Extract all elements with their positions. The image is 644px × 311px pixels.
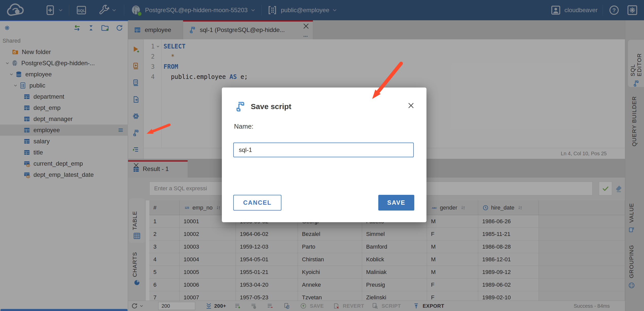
dialog-title: Save script: [251, 102, 291, 111]
cloudbeaver-app: SQL PostgreSQL@ep-hidden-moon-55203 publ…: [0, 0, 644, 311]
annotation-arrow-save-script: [142, 121, 172, 139]
annotation-arrow-dialog: [363, 58, 411, 107]
save-button[interactable]: SAVE: [378, 195, 414, 211]
script-icon: [235, 101, 246, 112]
name-label: Name:: [234, 123, 254, 130]
script-name-input[interactable]: [233, 143, 414, 157]
cancel-button[interactable]: CANCEL: [233, 195, 281, 211]
save-script-dialog: Save script Name: CANCEL SAVE: [222, 88, 426, 222]
